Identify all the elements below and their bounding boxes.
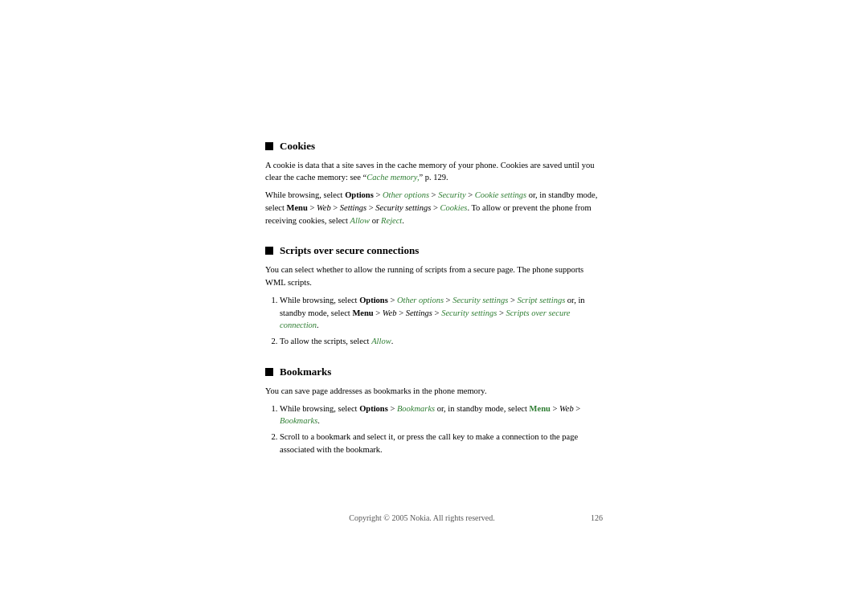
scripts-list-item-1: While browsing, select Options > Other o…	[280, 294, 603, 332]
page-content: Cookies A cookie is data that a site sav…	[265, 124, 603, 490]
script-settings-link[interactable]: Script settings	[517, 296, 565, 304]
bookmarks-list-item-1: While browsing, select Options > Bookmar…	[280, 403, 603, 428]
allow-link-1[interactable]: Allow	[350, 216, 371, 225]
bookmarks-title: Bookmarks	[280, 366, 331, 378]
security-settings-link-2[interactable]: Security settings	[441, 309, 497, 317]
cookies-para-1: A cookie is data that a site saves in th…	[265, 159, 603, 185]
cookies-title: Cookies	[280, 140, 315, 153]
scripts-title: Scripts over secure connections	[280, 244, 419, 257]
bookmarks-heading: Bookmarks	[265, 366, 603, 378]
bookmarks-link-2[interactable]: Bookmarks	[280, 416, 317, 425]
cookies-heading: Cookies	[265, 140, 603, 153]
security-settings-link[interactable]: Security settings	[452, 296, 508, 304]
bookmarks-section: Bookmarks You can save page addresses as…	[265, 366, 603, 456]
bookmarks-link[interactable]: Bookmarks	[397, 404, 435, 413]
footer-page-number: 126	[579, 513, 603, 522]
scripts-list-item-2: To allow the scripts, select Allow.	[280, 335, 603, 348]
reject-link[interactable]: Reject	[381, 216, 402, 225]
cookies-link[interactable]: Cookies	[440, 203, 468, 212]
other-options-link[interactable]: Other options	[383, 190, 429, 199]
bookmarks-list-item-2: Scroll to a bookmark and select it, or p…	[280, 431, 603, 456]
scripts-para-1: You can select whether to allow the runn…	[265, 264, 603, 289]
heading-square-icon-3	[265, 368, 273, 376]
heading-square-icon	[265, 142, 273, 150]
cookie-settings-link[interactable]: Cookie settings	[475, 190, 526, 199]
scripts-section: Scripts over secure connections You can …	[265, 244, 603, 348]
scripts-heading: Scripts over secure connections	[265, 244, 603, 257]
page-footer: Copyright © 2005 Nokia. All rights reser…	[265, 513, 603, 522]
bookmarks-para-1: You can save page addresses as bookmarks…	[265, 385, 603, 398]
scripts-list: While browsing, select Options > Other o…	[280, 294, 603, 348]
heading-square-icon-2	[265, 247, 273, 255]
bookmarks-list: While browsing, select Options > Bookmar…	[280, 403, 603, 456]
cookies-para-2: While browsing, select Options > Other o…	[265, 189, 603, 227]
footer-copyright: Copyright © 2005 Nokia. All rights reser…	[265, 513, 579, 522]
cache-memory-link[interactable]: Cache memory,	[366, 173, 419, 182]
cookies-section: Cookies A cookie is data that a site sav…	[265, 140, 603, 227]
security-link-1[interactable]: Security	[438, 190, 465, 199]
other-options-link-2[interactable]: Other options	[397, 296, 444, 304]
allow-link-2[interactable]: Allow	[371, 337, 391, 345]
